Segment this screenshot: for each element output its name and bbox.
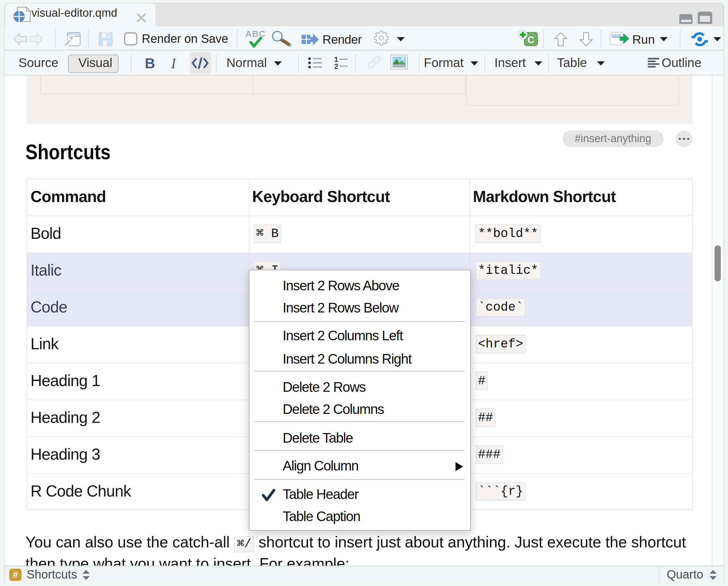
svg-text:2: 2 [334,62,338,70]
svg-text:C: C [527,34,534,45]
